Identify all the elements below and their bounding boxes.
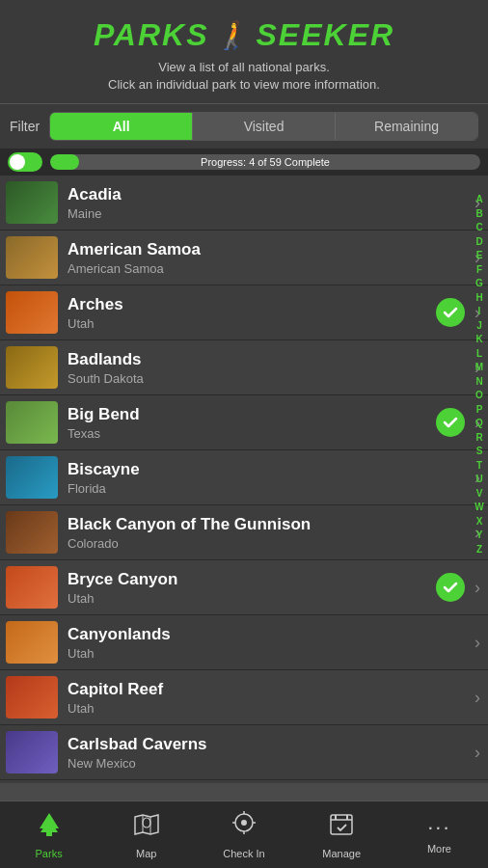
park-state-canyonlands: Utah: [68, 646, 471, 661]
checkin-icon: [230, 811, 258, 845]
tab-manage[interactable]: Manage: [293, 801, 391, 868]
alpha-Y[interactable]: Y: [476, 529, 483, 543]
park-item-badlands[interactable]: BadlandsSouth Dakota›: [0, 340, 488, 395]
tab-parks[interactable]: Parks: [0, 801, 97, 868]
alpha-H[interactable]: H: [475, 291, 482, 306]
park-item-bryce-canyon[interactable]: Bryce CanyonUtah ›: [0, 560, 488, 615]
alpha-L[interactable]: L: [476, 347, 482, 362]
tab-bar: Parks Map Check In: [0, 800, 488, 868]
alpha-I[interactable]: I: [478, 305, 481, 319]
park-item-capitol-reef[interactable]: Capitol ReefUtah›: [0, 670, 488, 725]
filter-tab-remaining[interactable]: Remaining: [336, 113, 477, 140]
park-state-black-canyon: Colorado: [68, 536, 471, 551]
park-item-black-canyon[interactable]: Black Canyon of The GunnisonColorado›: [0, 505, 488, 560]
park-chevron-bryce-canyon: ›: [474, 578, 480, 598]
app-header: Parks 🚶 Seeker View a list of all nation…: [0, 0, 488, 103]
svg-rect-1: [6, 236, 58, 279]
visited-icon-bryce-canyon: [436, 573, 465, 602]
park-item-canyonlands[interactable]: CanyonlandsUtah›: [0, 615, 488, 670]
svg-rect-5: [6, 456, 58, 499]
alpha-U[interactable]: U: [475, 473, 482, 487]
park-item-biscayne[interactable]: BiscayneFlorida›: [0, 450, 488, 505]
alpha-K[interactable]: K: [475, 333, 482, 347]
alpha-Q[interactable]: Q: [475, 417, 483, 431]
subtitle-line1: View a list of all national parks.: [158, 60, 330, 74]
alpha-W[interactable]: W: [474, 501, 483, 515]
alpha-T[interactable]: T: [476, 459, 482, 474]
park-thumb-black-canyon: [6, 511, 58, 554]
alpha-O[interactable]: O: [475, 389, 483, 403]
hiker-icon: 🚶: [215, 19, 251, 51]
visited-icon-arches: [436, 298, 465, 327]
park-thumb-arches: [6, 291, 58, 334]
park-thumb-carlsbad-caverns: [6, 731, 58, 773]
park-item-acadia[interactable]: AcadiaMaine›: [0, 176, 488, 231]
park-chevron-capitol-reef: ›: [474, 688, 480, 708]
park-state-acadia: Maine: [68, 206, 471, 221]
tab-checkin[interactable]: Check In: [195, 801, 292, 868]
park-thumb-american-samoa: [6, 236, 58, 279]
alpha-M[interactable]: M: [475, 361, 483, 375]
park-info-biscayne: BiscayneFlorida: [68, 460, 471, 496]
svg-rect-8: [6, 621, 58, 664]
tab-map[interactable]: Map: [97, 801, 195, 868]
title-text-seeker: Seeker: [257, 17, 395, 53]
filter-bar: Filter All Visited Remaining: [0, 103, 488, 149]
park-state-big-bend: Texas: [68, 426, 436, 441]
alpha-A[interactable]: A: [475, 193, 482, 207]
park-info-carlsbad-caverns: Carlsbad CavernsNew Mexico: [68, 735, 471, 771]
alpha-D[interactable]: D: [475, 235, 482, 250]
progress-text: Progress: 4 of 59 Complete: [50, 154, 480, 170]
park-name-bryce-canyon: Bryce Canyon: [68, 570, 436, 589]
alpha-V[interactable]: V: [476, 487, 483, 502]
park-info-acadia: AcadiaMaine: [68, 185, 471, 221]
app-title: Parks 🚶 Seeker: [15, 17, 473, 53]
alpha-F[interactable]: F: [476, 263, 482, 278]
progress-bar-track: Progress: 4 of 59 Complete: [50, 154, 480, 170]
park-chevron-carlsbad-caverns: ›: [474, 743, 480, 763]
park-name-acadia: Acadia: [68, 185, 471, 204]
alpha-X[interactable]: X: [476, 515, 483, 529]
tab-manage-label: Manage: [322, 848, 361, 859]
park-info-arches: ArchesUtah: [68, 295, 436, 331]
map-icon: [133, 811, 160, 845]
park-state-capitol-reef: Utah: [68, 701, 471, 716]
alpha-E[interactable]: E: [476, 249, 483, 263]
svg-rect-6: [6, 511, 58, 554]
svg-point-16: [143, 818, 150, 827]
park-item-carlsbad-caverns[interactable]: Carlsbad CavernsNew Mexico›: [0, 725, 488, 780]
alpha-N[interactable]: N: [475, 375, 482, 390]
progress-toggle[interactable]: [8, 152, 42, 172]
svg-point-18: [241, 820, 247, 826]
alphabet-index[interactable]: ABCDEFGHIJKLMNOPQRSTUVWXYZ: [471, 193, 488, 556]
filter-label: Filter: [10, 119, 40, 134]
park-thumb-canyonlands: [6, 621, 58, 664]
tab-map-label: Map: [136, 848, 156, 859]
park-thumb-bryce-canyon: [6, 566, 58, 609]
manage-icon: [328, 811, 355, 845]
tab-more[interactable]: ··· More: [391, 801, 488, 868]
park-item-big-bend[interactable]: Big BendTexas ›: [0, 395, 488, 450]
parks-list[interactable]: AcadiaMaine› American SamoaAmerican Samo…: [0, 176, 488, 783]
alpha-B[interactable]: B: [475, 207, 482, 222]
park-item-arches[interactable]: ArchesUtah ›: [0, 285, 488, 340]
tab-checkin-label: Check In: [223, 848, 264, 859]
alpha-J[interactable]: J: [476, 319, 482, 334]
tab-more-label: More: [427, 843, 451, 854]
alpha-G[interactable]: G: [475, 277, 483, 291]
alpha-C[interactable]: C: [475, 221, 482, 235]
filter-tab-all[interactable]: All: [50, 113, 193, 140]
visited-icon-big-bend: [436, 408, 465, 437]
park-thumb-acadia: [6, 181, 58, 224]
park-thumb-biscayne: [6, 456, 58, 499]
park-state-carlsbad-caverns: New Mexico: [68, 756, 471, 771]
alpha-S[interactable]: S: [476, 445, 483, 459]
alpha-P[interactable]: P: [476, 403, 483, 418]
park-item-american-samoa[interactable]: American SamoaAmerican Samoa›: [0, 231, 488, 285]
filter-tab-visited[interactable]: Visited: [193, 113, 336, 140]
park-name-canyonlands: Canyonlands: [68, 625, 471, 644]
park-name-badlands: Badlands: [68, 350, 471, 369]
alpha-R[interactable]: R: [475, 431, 482, 446]
progress-bar-container: Progress: 4 of 59 Complete: [0, 149, 488, 176]
alpha-Z[interactable]: Z: [476, 543, 482, 557]
